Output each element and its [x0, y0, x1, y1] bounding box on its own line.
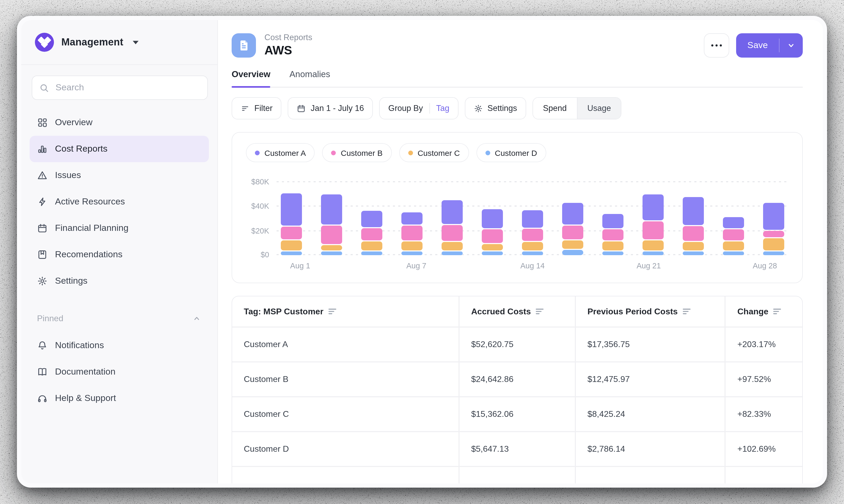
bar-segment-customer-d [361, 251, 382, 255]
cell-previous-period-costs: $12,475.97 [575, 362, 725, 396]
sidebar-item-cost-reports[interactable]: Cost Reports [30, 136, 209, 162]
sidebar-item-overview[interactable]: Overview [30, 109, 209, 136]
date-range-button[interactable]: Jan 1 - July 16 [288, 97, 373, 120]
legend-label: Customer B [341, 148, 383, 157]
stacked-bar[interactable] [442, 200, 463, 255]
tab-anomalies[interactable]: Anomalies [290, 69, 330, 87]
search-input[interactable] [54, 82, 201, 93]
sort-icon[interactable] [683, 308, 690, 315]
search-box[interactable] [32, 75, 208, 100]
sort-icon[interactable] [328, 308, 336, 315]
dots-icon [711, 44, 714, 46]
toolbar: Filter Jan 1 - July 16 Group By Tag Sett… [231, 97, 803, 120]
cell-empty [725, 467, 802, 483]
stacked-bar[interactable] [361, 211, 382, 255]
sort-icon[interactable] [773, 308, 781, 315]
save-button[interactable]: Save [736, 33, 803, 57]
column-header-previous-period-costs[interactable]: Previous Period Costs [575, 296, 725, 326]
bar-segment-customer-b [602, 229, 623, 241]
table-row[interactable]: Customer C$15,362.06$8,425.24+82.33% [232, 396, 802, 431]
stacked-bar[interactable] [562, 203, 583, 255]
sidebar-item-documentation[interactable]: Documentation [30, 359, 209, 385]
column-header-change[interactable]: Change [725, 296, 802, 326]
cell-tag: Customer D [232, 432, 459, 466]
bar-segment-customer-b [683, 226, 704, 241]
stacked-bar[interactable] [723, 217, 744, 255]
sidebar-item-label: Financial Planning [55, 223, 128, 234]
bell-icon [37, 340, 48, 351]
table-row[interactable]: Customer D$5,647.13$2,786.14+102.69% [232, 431, 802, 466]
sidebar-item-notifications[interactable]: Notifications [30, 332, 209, 359]
bar-segment-customer-c [562, 240, 583, 249]
table-row[interactable]: Customer B$24,642.86$12,475.97+97.52% [232, 361, 802, 396]
y-axis: $80K$40K$20K$0 [246, 176, 277, 255]
sidebar-item-help-support[interactable]: Help & Support [30, 385, 209, 412]
lightning-icon [37, 197, 48, 207]
legend-item-customer-c[interactable]: Customer C [399, 143, 469, 162]
spend-usage-toggle: SpendUsage [533, 97, 622, 120]
bar-segment-customer-b [401, 226, 423, 240]
y-axis-tick: $40K [251, 202, 269, 210]
bar-segment-customer-d [763, 251, 784, 255]
cell-previous-period-costs: $2,786.14 [575, 432, 725, 466]
cell-change: +203.17% [725, 327, 802, 361]
bar-segment-customer-d [602, 251, 623, 255]
sort-icon[interactable] [536, 308, 544, 315]
cell-change: +102.69% [725, 432, 802, 466]
bar-segment-customer-a [482, 209, 503, 228]
filter-button[interactable]: Filter [231, 97, 281, 120]
legend-item-customer-d[interactable]: Customer D [476, 143, 546, 162]
sidebar-item-settings[interactable]: Settings [30, 268, 209, 294]
bar-segment-customer-a [361, 211, 382, 227]
column-header-tag-msp-customer[interactable]: Tag: MSP Customer [232, 296, 459, 326]
tab-bar: OverviewAnomalies [231, 69, 803, 88]
segment-spend[interactable]: Spend [533, 98, 577, 119]
column-header-label: Accrued Costs [471, 307, 531, 316]
stacked-bar[interactable] [482, 209, 503, 255]
stacked-bar[interactable] [602, 214, 623, 255]
tab-overview[interactable]: Overview [231, 69, 271, 87]
bar-segment-customer-c [442, 242, 463, 250]
bar-segment-customer-b [442, 225, 463, 241]
legend-item-customer-a[interactable]: Customer A [246, 143, 315, 162]
more-options-button[interactable] [704, 33, 729, 57]
bar-segment-customer-b [361, 228, 382, 240]
sidebar-item-financial-planning[interactable]: Financial Planning [30, 215, 209, 241]
chart-settings-button[interactable]: Settings [465, 97, 526, 120]
bar-segment-customer-b [281, 227, 302, 239]
sidebar-item-recomendations[interactable]: Recomendations [30, 241, 209, 268]
pinned-label: Pinned [37, 314, 64, 323]
stacked-bar[interactable] [522, 210, 543, 255]
table-row[interactable]: Customer A$52,620.75$17,356.75+203.17% [232, 326, 802, 361]
x-axis-tick: Aug 1 [290, 262, 310, 270]
bar-segment-customer-a [683, 197, 704, 225]
stacked-bar[interactable] [642, 194, 664, 255]
cost-table: Tag: MSP CustomerAccrued CostsPrevious P… [231, 296, 803, 483]
bar-segment-customer-d [281, 251, 302, 255]
table-header-row: Tag: MSP CustomerAccrued CostsPrevious P… [232, 296, 802, 326]
segment-usage[interactable]: Usage [577, 98, 621, 119]
legend-item-customer-b[interactable]: Customer B [322, 143, 392, 162]
column-header-accrued-costs[interactable]: Accrued Costs [459, 296, 575, 326]
stacked-bar[interactable] [763, 203, 784, 255]
group-by-button[interactable]: Group By Tag [379, 97, 459, 120]
cell-previous-period-costs: $17,356.75 [575, 327, 725, 361]
plot-area [277, 176, 789, 255]
sidebar-item-active-resources[interactable]: Active Resources [30, 188, 209, 215]
bar-segment-customer-c [482, 244, 503, 250]
column-header-label: Change [738, 307, 769, 316]
workspace-switcher[interactable]: Management [21, 20, 217, 65]
cell-tag: Customer B [232, 362, 459, 396]
sidebar-item-label: Help & Support [55, 393, 116, 403]
sidebar-item-issues[interactable]: Issues [30, 162, 209, 188]
stacked-bar[interactable] [281, 193, 302, 255]
chevron-down-icon [786, 40, 796, 50]
pinned-section-header[interactable]: Pinned [30, 307, 209, 330]
x-axis-tick: Aug 28 [753, 262, 777, 270]
x-axis-tick: Aug 21 [636, 262, 661, 270]
stacked-bar[interactable] [321, 194, 342, 255]
stacked-bar[interactable] [401, 213, 423, 255]
stacked-bar[interactable] [683, 197, 704, 255]
save-dropdown-toggle[interactable] [779, 40, 803, 50]
bar-segment-customer-d [723, 251, 744, 255]
